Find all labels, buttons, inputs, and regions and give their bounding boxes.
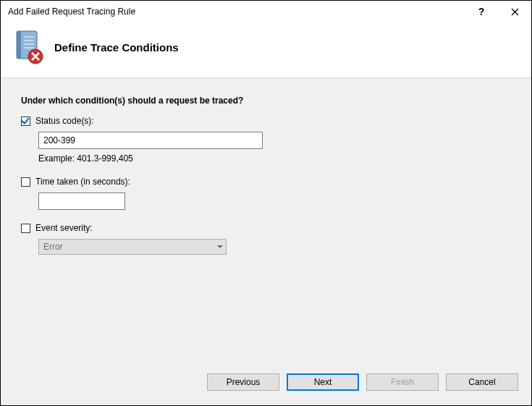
- cancel-button[interactable]: Cancel: [446, 373, 518, 391]
- status-codes-example: Example: 401.3-999,405: [38, 153, 511, 164]
- event-severity-checkbox[interactable]: [21, 224, 30, 233]
- event-severity-label: Event severity:: [35, 223, 93, 233]
- window-title: Add Failed Request Tracing Rule: [8, 7, 135, 17]
- previous-button[interactable]: Previous: [207, 373, 279, 391]
- status-codes-group: Status code(s): Example: 401.3-999,405: [21, 116, 511, 164]
- event-severity-group: Event severity: Error: [21, 223, 511, 255]
- status-codes-checkbox[interactable]: [21, 117, 30, 126]
- titlebar: Add Failed Request Tracing Rule ?: [1, 1, 531, 22]
- time-taken-input[interactable]: [38, 193, 125, 210]
- dropdown-selected: Error: [43, 242, 63, 252]
- close-button[interactable]: [498, 1, 531, 22]
- chevron-down-icon: [217, 245, 223, 248]
- titlebar-controls: ?: [465, 1, 531, 22]
- status-codes-label: Status code(s):: [35, 116, 94, 126]
- time-taken-checkbox[interactable]: [21, 177, 30, 187]
- close-icon: [511, 8, 519, 16]
- page-title: Define Trace Conditions: [54, 41, 179, 54]
- time-taken-group: Time taken (in seconds):: [21, 177, 511, 210]
- help-button[interactable]: ?: [465, 1, 498, 22]
- finish-button: Finish: [366, 373, 439, 391]
- question-label: Under which condition(s) should a reques…: [21, 96, 511, 106]
- status-codes-input[interactable]: [38, 132, 263, 149]
- button-row: Previous Next Finish Cancel: [1, 365, 531, 405]
- svg-rect-3: [17, 31, 21, 59]
- event-severity-dropdown[interactable]: Error: [38, 239, 227, 255]
- wizard-icon: [12, 30, 44, 64]
- next-button[interactable]: Next: [287, 373, 359, 391]
- time-taken-label: Time taken (in seconds):: [35, 177, 130, 187]
- content-area: Under which condition(s) should a reques…: [1, 78, 531, 365]
- header: Define Trace Conditions: [1, 22, 531, 78]
